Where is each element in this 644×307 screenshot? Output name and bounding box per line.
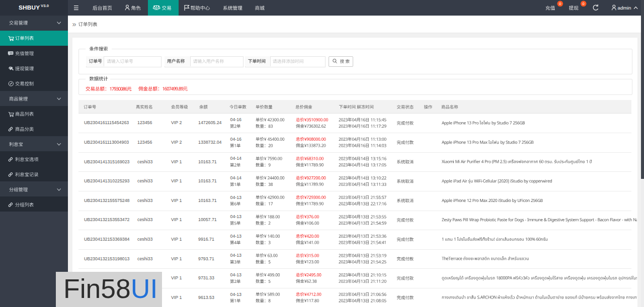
svg-text:0: 0	[583, 2, 585, 6]
svg-text:0: 0	[559, 2, 561, 6]
